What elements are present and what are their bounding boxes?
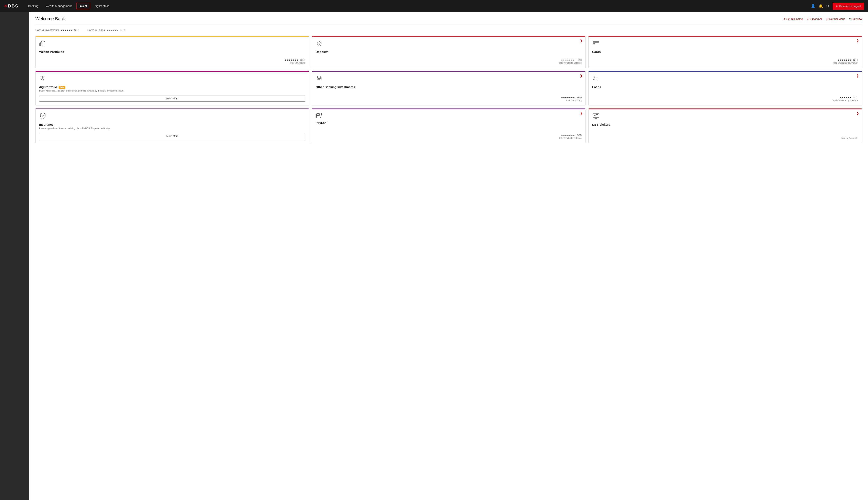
paylah-title: PayLah! — [316, 121, 582, 124]
digi-portfolio-card[interactable]: $ digiPortfolio New Invest with ease. Ju… — [35, 71, 309, 105]
insurance-title: Insurance — [39, 123, 305, 126]
logo-dbs: DBS — [8, 3, 19, 9]
svg-rect-1 — [41, 42, 42, 46]
insurance-subtitle: It seems you do not have an existing pla… — [39, 127, 305, 129]
deposits-card[interactable]: ❯ $ Deposits ●●●●●●● SGD Total Available… — [312, 36, 585, 68]
svg-text:$: $ — [42, 77, 43, 79]
normal-mode-icon: ⊡ — [826, 18, 829, 20]
header-actions: ✳ Set Nickname ↧ Expand All ⊡ Normal Mod… — [783, 18, 862, 20]
deposits-title: Deposits — [316, 50, 582, 54]
normal-mode-btn[interactable]: ⊡ Normal Mode — [826, 18, 845, 20]
paylah-card[interactable]: ❯ P! PayLah! ●●●●●●● SGD Total Available… — [312, 108, 585, 143]
card-border — [312, 36, 585, 36]
digi-portfolio-subtitle: Invest with ease. Just pick a diversifie… — [39, 90, 305, 92]
logout-icon: ➤ — [836, 5, 838, 8]
loans-card[interactable]: ❯ $ Loans ●●●●●● SGD Total Outstanding B… — [589, 71, 862, 105]
proceed-logout-button[interactable]: ➤ Proceed to Logout — [833, 3, 864, 10]
chevron-right-icon: ❯ — [580, 38, 583, 43]
insurance-card[interactable]: Insurance It seems you do not have an ex… — [35, 108, 309, 143]
main-content: Welcome Back ✳ Set Nickname ↧ Expand All… — [29, 12, 868, 500]
sidebar — [0, 12, 29, 500]
paylah-icon: P! — [316, 112, 582, 118]
expand-all-btn[interactable]: ↧ Expand All — [807, 18, 822, 20]
nav-links: Banking Wealth Management Invest digiPor… — [24, 0, 113, 12]
navbar: ✕ DBS Banking Wealth Management Invest d… — [0, 0, 868, 12]
wealth-portfolios-title: Wealth Portfolios — [39, 50, 305, 54]
logo-x-icon: ✕ — [4, 4, 7, 8]
svg-rect-0 — [39, 43, 41, 46]
chart-screen-icon — [592, 112, 858, 121]
cash-investments-balance: Cash & Investments ●●●●●● SGD — [35, 29, 79, 32]
nav-right: 👤 🔔 ⚙ ➤ Proceed to Logout — [811, 3, 864, 10]
cards-card[interactable]: ❯ Cards ●●●●●●● SGD Total Outstanding Am… — [589, 36, 862, 68]
set-nickname-icon: ✳ — [783, 18, 786, 20]
credit-card-icon — [592, 39, 858, 48]
wealth-portfolios-card[interactable]: Wealth Portfolios ●●●●●●● SGD Total Net … — [35, 36, 309, 68]
chart-icon — [39, 39, 305, 48]
dbs-vickers-balance: Trading Accounts — [592, 137, 858, 139]
insurance-learn-more-button[interactable]: Learn More — [39, 133, 305, 139]
chevron-right-icon: ❯ — [580, 74, 583, 78]
nav-invest[interactable]: Invest — [76, 3, 90, 9]
chevron-right-icon: ❯ — [856, 38, 859, 43]
card-border — [312, 71, 585, 72]
logo-area[interactable]: ✕ DBS — [4, 3, 19, 9]
other-banking-balance: ●●●●●●● SGD Total Net Assets — [316, 95, 582, 102]
card-border — [36, 71, 309, 72]
new-badge: New — [59, 86, 65, 89]
nav-wealth-management[interactable]: Wealth Management — [42, 0, 75, 12]
cards-title: Cards — [592, 50, 858, 54]
card-border — [36, 36, 309, 36]
loans-title: Loans — [592, 85, 858, 89]
nav-digiportfolio[interactable]: digiPortfolio — [91, 0, 113, 12]
svg-rect-6 — [593, 42, 599, 45]
cards-balance: ●●●●●●● SGD Total Outstanding Amount — [592, 58, 858, 64]
card-border — [312, 109, 585, 109]
dbs-vickers-card[interactable]: ❯ DBS Vickers Trading Accounts — [589, 108, 862, 143]
dbs-vickers-title: DBS Vickers — [592, 123, 858, 126]
gear-icon[interactable]: ⚙ — [826, 4, 830, 8]
svg-point-3 — [44, 41, 45, 42]
paylah-balance: ●●●●●●● SGD Total Available Balance — [316, 133, 582, 139]
digi-portfolio-title: digiPortfolio — [39, 85, 57, 89]
hand-coin-icon: $ — [592, 75, 858, 83]
card-grid: Wealth Portfolios ●●●●●●● SGD Total Net … — [35, 36, 862, 143]
chevron-right-icon: ❯ — [856, 74, 859, 78]
svg-point-12 — [317, 76, 321, 78]
digi-portfolio-title-row: digiPortfolio New — [39, 85, 305, 90]
cards-loans-balance: Cards & Loans ●●●●●● SGD — [87, 29, 125, 32]
card-border — [589, 109, 862, 109]
card-border — [589, 36, 862, 36]
svg-point-11 — [43, 76, 45, 78]
other-banking-card[interactable]: ❯ Other Banking Investments ●●●●●●● SGD … — [312, 71, 585, 105]
deposits-balance: ●●●●●●● SGD Total Available Balance — [316, 58, 582, 64]
expand-all-icon: ↧ — [807, 18, 809, 20]
svg-text:$: $ — [319, 43, 320, 45]
digiportfolio-icon: $ — [39, 75, 305, 83]
moneybag-icon: $ — [316, 39, 582, 48]
list-view-icon: ≡ — [849, 18, 851, 20]
nav-banking[interactable]: Banking — [24, 0, 42, 12]
bell-icon[interactable]: 🔔 — [819, 4, 823, 8]
page-header: Welcome Back ✳ Set Nickname ↧ Expand All… — [35, 16, 862, 24]
card-border — [589, 71, 862, 72]
svg-text:$: $ — [594, 76, 595, 78]
chevron-right-icon: ❯ — [580, 111, 583, 115]
shield-icon — [39, 112, 305, 121]
user-icon[interactable]: 👤 — [811, 4, 815, 8]
digi-portfolio-learn-more-button[interactable]: Learn More — [39, 95, 305, 102]
set-nickname-btn[interactable]: ✳ Set Nickname — [783, 18, 803, 20]
wealth-portfolios-balance: ●●●●●●● SGD Total Net Assets — [39, 58, 305, 64]
list-view-btn[interactable]: ≡ List View — [849, 18, 862, 20]
svg-rect-2 — [43, 41, 44, 46]
other-banking-title: Other Banking Investments — [316, 85, 582, 89]
page-title: Welcome Back — [35, 16, 65, 21]
loans-balance: ●●●●●● SGD Total Outstanding Balance — [592, 95, 858, 102]
coins-icon — [316, 75, 582, 83]
balance-bar: Cash & Investments ●●●●●● SGD Cards & Lo… — [35, 29, 862, 32]
card-border — [36, 109, 309, 109]
svg-rect-8 — [593, 43, 595, 44]
chevron-right-icon: ❯ — [856, 111, 859, 115]
